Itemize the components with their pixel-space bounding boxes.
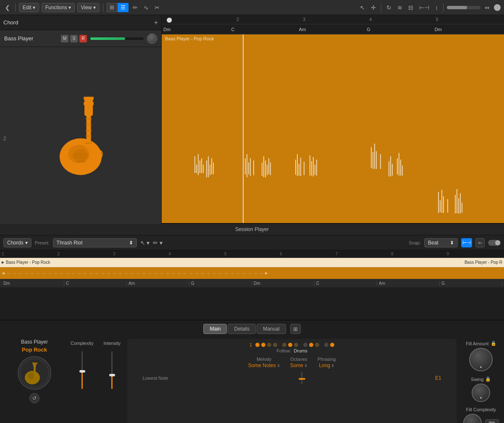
ruler-4: 4 (370, 17, 436, 22)
octaves-value[interactable]: Some ⬍ (290, 363, 307, 368)
dot-5[interactable] (282, 343, 286, 347)
complexity-label: Complexity (71, 341, 93, 346)
session-track-label-right: Bass Player - Pop R (465, 260, 502, 265)
phrasing-value[interactable]: Long ⬍ (319, 363, 334, 368)
region-container[interactable]: Bass Player - Pop Rock (162, 34, 504, 223)
dot-9[interactable] (309, 343, 313, 347)
output-knob[interactable] (494, 4, 501, 11)
ruler: 1 2 3 4 5 (162, 15, 504, 24)
preset-dropdown[interactable]: Thrash Riot ⬍ (53, 238, 137, 247)
svg-rect-58 (390, 156, 391, 176)
record-btn[interactable]: R (79, 35, 87, 42)
lowest-note-slider[interactable] (301, 372, 302, 384)
back-btn[interactable]: ❮ (3, 3, 12, 12)
svg-rect-122 (32, 363, 34, 364)
svg-rect-121 (33, 363, 36, 367)
solo-btn[interactable]: S (70, 35, 78, 42)
move-btn[interactable]: ✛ (369, 3, 378, 12)
svg-rect-8 (86, 130, 92, 131)
loop-btn[interactable]: ↻ (385, 3, 393, 12)
bottom-content: Bass Player Pop Rock ↺ (0, 336, 504, 423)
follow-label: Follow: Drums (134, 348, 449, 353)
melody-value[interactable]: Some Notes ⬍ (248, 363, 280, 368)
view-menu[interactable]: View ▾ (77, 3, 100, 12)
waveform-btn[interactable]: ≋ (396, 3, 404, 12)
dot-8[interactable] (303, 343, 307, 347)
dot-7[interactable] (294, 343, 298, 347)
transpose-btn[interactable]: ↕ (433, 3, 440, 12)
dot-10[interactable] (315, 343, 319, 347)
cursor-tool-btn[interactable]: ↖ ▾ (140, 239, 150, 246)
view-chevron: ▾ (93, 5, 96, 11)
chords-chevron-icon: ▾ (25, 240, 28, 246)
pan-knob[interactable] (147, 34, 157, 44)
svg-rect-65 (440, 200, 441, 212)
functions-menu[interactable]: Functions ▾ (42, 3, 75, 12)
dot-1[interactable] (255, 343, 260, 347)
edit-menu[interactable]: Edit ▾ (19, 3, 39, 12)
pencil-btn[interactable]: ✏ (131, 3, 139, 12)
s-ruler-5: 5 (224, 252, 280, 256)
pencil-tool-btn[interactable]: ✏ ▾ (153, 239, 163, 246)
phrasing-col: Phrasing Long ⬍ (318, 357, 336, 368)
snap-dropdown[interactable]: Beat ⬍ (424, 238, 458, 247)
volume-slider[interactable] (447, 6, 480, 9)
bracket-btn[interactable]: ⊢⊣ (417, 3, 431, 12)
fill-complexity-knob[interactable] (463, 414, 482, 423)
mode-btns: ⊞ ☰ (107, 3, 129, 12)
mute-btn[interactable]: M (61, 35, 68, 42)
stereo-btn[interactable]: ⇔ (483, 3, 491, 12)
s-chord-g: G (189, 281, 252, 286)
align-btn[interactable]: ⊟ (407, 3, 415, 12)
wave-btn[interactable]: ∿ (142, 3, 150, 12)
svg-rect-53 (373, 152, 373, 169)
grid-view-btn[interactable]: ⊞ (290, 324, 301, 334)
tab-manual[interactable]: Manual (257, 324, 286, 334)
dot-2[interactable] (261, 343, 265, 347)
eighth-badge: 8th (485, 419, 499, 423)
session-track-row: ▶ Bass Player - Pop Rock Bass Player - P… (0, 258, 504, 267)
session-toolbar: Chords ▾ Preset: Thrash Riot ⬍ ↖ ▾ ✏ ▾ S… (0, 235, 504, 250)
chords-dropdown[interactable]: Chords ▾ (3, 238, 32, 247)
dot-4[interactable] (273, 343, 277, 347)
complexity-slider[interactable] (81, 349, 83, 391)
svg-rect-47 (310, 155, 310, 176)
tab-main[interactable]: Main (203, 324, 227, 334)
list-mode-btn[interactable]: ☰ (118, 3, 129, 12)
dot-6[interactable] (288, 343, 292, 347)
ruler-2: 2 (236, 17, 303, 22)
svg-rect-67 (443, 196, 444, 213)
volume-fader[interactable] (90, 37, 144, 40)
add-chord-btn[interactable]: + (154, 19, 158, 26)
grid-mode-btn[interactable]: ⊞ (107, 3, 117, 12)
edit-chevron: ▾ (33, 5, 35, 11)
back-btn2[interactable]: ⇐ (475, 238, 485, 247)
cursor-btn[interactable]: ↖ (358, 3, 367, 12)
dot-11[interactable] (324, 343, 328, 347)
view-label: View (81, 5, 92, 11)
intensity-slider[interactable] (111, 349, 113, 391)
sep1 (15, 3, 16, 12)
svg-rect-6 (86, 118, 92, 119)
svg-rect-43 (297, 154, 298, 176)
svg-rect-9 (86, 136, 92, 137)
fit-btn[interactable]: ⊢⊣ (461, 238, 472, 247)
session-region-row[interactable]: ◀ → → → → → → → → → → → → → → → → → → → … (0, 267, 504, 279)
fill-amount-knob[interactable] (469, 348, 493, 371)
toggle-btn[interactable] (488, 240, 501, 246)
dot-3[interactable] (267, 343, 271, 347)
svg-rect-14 (76, 160, 85, 163)
track-name: Bass Player (4, 35, 58, 42)
dot-12[interactable] (330, 343, 334, 347)
scissors-btn[interactable]: ✂ (153, 3, 161, 12)
fill-amount-section: Fill Amount 🔒 (463, 341, 499, 371)
chord-g: G (367, 27, 434, 32)
swing-knob[interactable] (472, 384, 490, 402)
svg-rect-33 (248, 163, 249, 174)
tab-details[interactable]: Details (228, 324, 256, 334)
refresh-btn[interactable]: ↺ (29, 393, 39, 403)
follow-value: Drums (294, 348, 307, 353)
track-controls: M S R (61, 35, 87, 42)
session-player-label: Session Player (235, 226, 269, 232)
lowest-note-row: Lowest Note E1 (134, 372, 449, 384)
